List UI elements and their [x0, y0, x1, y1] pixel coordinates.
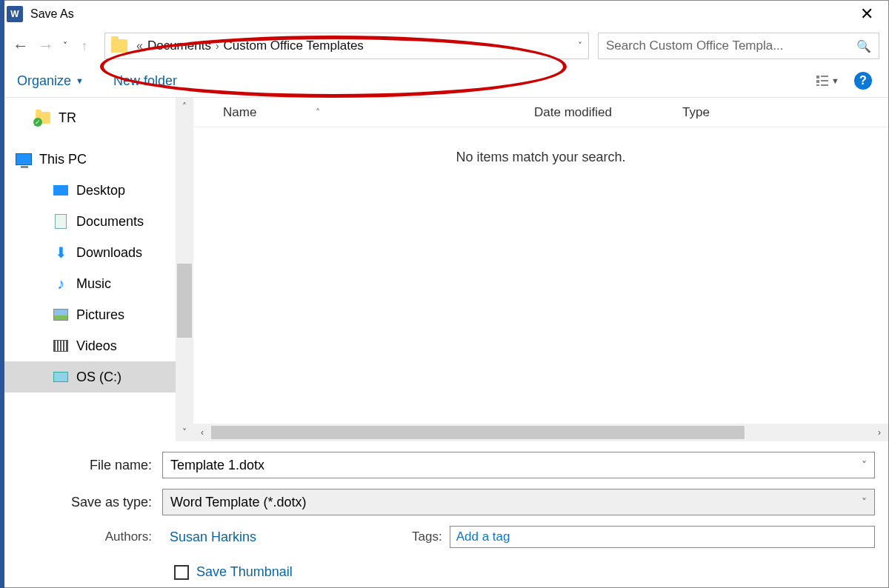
sidebar-item-pictures[interactable]: Pictures [1, 299, 176, 330]
sidebar-scrollbar[interactable]: ˄ ˅ [176, 98, 193, 441]
pictures-icon [53, 307, 69, 322]
column-name[interactable]: Name ˄ [193, 105, 534, 120]
save-thumbnail-label[interactable]: Save Thumbnail [196, 564, 293, 580]
column-date[interactable]: Date modified [534, 105, 682, 120]
window-title: Save As [30, 7, 851, 21]
save-thumbnail-checkbox[interactable] [174, 565, 189, 580]
sidebar-item-videos[interactable]: Videos [1, 330, 176, 361]
history-dropdown[interactable]: ˅ [60, 41, 70, 51]
word-icon: W [7, 6, 23, 22]
search-icon[interactable]: 🔍 [856, 39, 871, 53]
breadcrumb-overflow[interactable]: « [136, 39, 143, 53]
chevron-down-icon: ▼ [831, 76, 839, 85]
sidebar-item-music[interactable]: ♪ Music [1, 268, 176, 299]
tags-input[interactable]: Add a tag [450, 526, 875, 548]
videos-icon [53, 338, 69, 353]
sidebar: ✓ TR This PC Desktop Documents ⬇ [1, 98, 193, 441]
column-type[interactable]: Type [682, 105, 710, 120]
scroll-thumb[interactable] [177, 264, 192, 338]
titlebar: W Save As ✕ [1, 1, 888, 27]
drive-icon [53, 370, 69, 384]
forward-button[interactable]: → [35, 35, 57, 57]
saveastype-select[interactable]: Word Template (*.dotx) ˅ [162, 489, 875, 515]
folder-icon [111, 39, 127, 53]
left-accent [0, 0, 4, 588]
scroll-up-icon[interactable]: ˄ [176, 98, 193, 116]
back-button[interactable]: ← [10, 35, 32, 57]
music-icon: ♪ [53, 276, 69, 291]
scroll-thumb[interactable] [211, 426, 745, 439]
breadcrumb-custom-templates[interactable]: Custom Office Templates [224, 39, 364, 53]
up-button[interactable]: ↑ [73, 35, 96, 57]
view-options-button[interactable]: ▼ [816, 76, 839, 86]
chevron-down-icon: ▼ [76, 76, 84, 85]
chevron-down-icon[interactable]: ˅ [862, 496, 867, 508]
scroll-down-icon[interactable]: ˅ [176, 424, 193, 441]
column-headers: Name ˄ Date modified Type [193, 98, 888, 127]
breadcrumb-documents[interactable]: Documents [147, 39, 211, 53]
nav-tree: ✓ TR This PC Desktop Documents ⬇ [1, 98, 176, 441]
empty-message: No items match your search. [193, 150, 888, 165]
filename-input[interactable]: Template 1.dotx ˅ [162, 452, 875, 478]
filename-label: File name: [14, 458, 162, 473]
search-placeholder: Search Custom Office Templa... [606, 39, 783, 53]
file-list-body: No items match your search. [193, 127, 888, 424]
file-list-panel: Name ˄ Date modified Type No items match… [193, 98, 888, 441]
content-h-scrollbar[interactable]: ‹ › [193, 424, 888, 441]
sidebar-item-this-pc[interactable]: This PC [1, 144, 176, 175]
nav-bar: ← → ˅ ↑ « Documents › Custom Office Temp… [1, 27, 888, 64]
address-bar[interactable]: « Documents › Custom Office Templates ˅ [104, 33, 589, 59]
address-dropdown[interactable]: ˅ [578, 41, 582, 51]
sort-indicator-icon: ˄ [316, 107, 320, 118]
desktop-icon [53, 183, 69, 198]
downloads-icon: ⬇ [53, 245, 69, 260]
save-options-panel: File name: Template 1.dotx ˅ Save as typ… [1, 441, 888, 587]
chevron-down-icon[interactable]: ˅ [862, 459, 867, 471]
close-button[interactable]: ✕ [851, 4, 882, 24]
sidebar-item-desktop[interactable]: Desktop [1, 175, 176, 206]
sidebar-item-documents[interactable]: Documents [1, 206, 176, 237]
help-button[interactable]: ? [854, 72, 872, 90]
tags-label: Tags: [412, 529, 442, 544]
organize-button[interactable]: Organize ▼ [17, 73, 84, 89]
save-as-dialog: W Save As ✕ ← → ˅ ↑ « Documents › Custom… [0, 0, 889, 588]
new-folder-button[interactable]: New folder [113, 73, 177, 89]
folder-sync-icon: ✓ [35, 110, 51, 125]
saveastype-label: Save as type: [14, 495, 162, 510]
main-area: ✓ TR This PC Desktop Documents ⬇ [1, 97, 888, 441]
authors-value[interactable]: Susan Harkins [170, 529, 256, 545]
sidebar-item-tr[interactable]: ✓ TR [1, 102, 176, 133]
pc-icon [16, 152, 32, 167]
documents-icon [53, 214, 69, 229]
sidebar-item-downloads[interactable]: ⬇ Downloads [1, 237, 176, 268]
authors-label: Authors: [14, 529, 162, 544]
search-input[interactable]: Search Custom Office Templa... 🔍 [598, 33, 879, 59]
scroll-left-icon[interactable]: ‹ [193, 427, 211, 438]
view-grid-icon [816, 76, 830, 86]
toolbar: Organize ▼ New folder ▼ ? [1, 64, 888, 97]
scroll-right-icon[interactable]: › [870, 427, 888, 438]
chevron-right-icon: › [216, 40, 219, 52]
sidebar-item-os-c[interactable]: OS (C:) [1, 361, 176, 392]
